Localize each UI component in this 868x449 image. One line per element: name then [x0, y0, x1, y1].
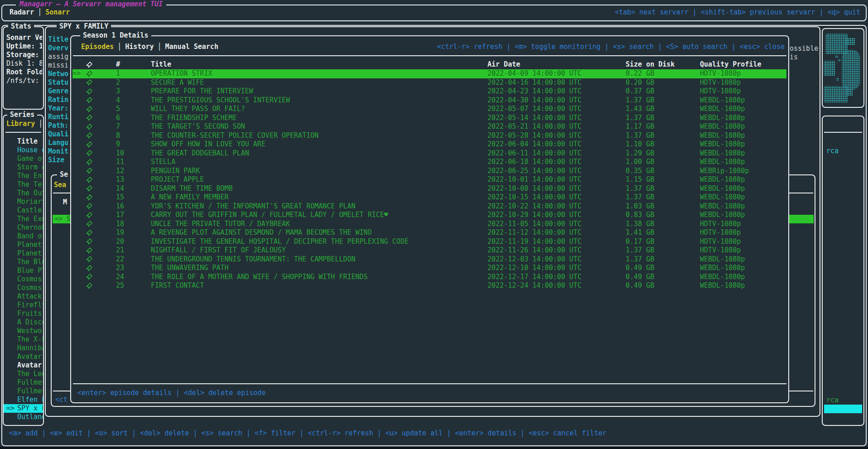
episode-row[interactable]: 11 STELLA 2022-06-18 14:00:00 UTC 1.00 G… [72, 158, 786, 167]
series-title-fragment: The Leg [17, 370, 43, 378]
episode-row[interactable]: 5 WILL THEY PASS OR FAIL? 2022-05-07 14:… [72, 105, 786, 114]
series-list-item[interactable]: Cosmos [4, 275, 43, 284]
episode-row[interactable]: 9 SHOW OFF HOW IN LOVE YOU ARE 2022-06-0… [72, 140, 786, 149]
episode-quality: WEBDL-1080p [700, 122, 786, 131]
series-list-item[interactable]: Chernob [4, 223, 43, 232]
series-list-item[interactable]: The Leg [4, 370, 43, 378]
episode-row[interactable]: 20 INVESTIGATE THE GENERAL HOSPITAL / DE… [72, 237, 786, 246]
episode-row[interactable]: 22 THE UNDERGROUND TENNIS TOURNAMENT: TH… [72, 255, 786, 264]
series-title-fragment: Castle [17, 206, 42, 214]
episode-row[interactable]: 19 A REVENGE PLOT AGAINST DESMOND / MAMA… [72, 228, 786, 237]
series-title-fragment: Storm o [17, 163, 43, 171]
series-list-item[interactable]: Fullmet [4, 387, 43, 396]
tab-manual-search[interactable]: Manual Search [165, 43, 218, 51]
bookmark-tag-icon [86, 230, 92, 236]
episode-title: SECURE A WIFE [151, 78, 487, 87]
series-list-item[interactable]: Cosmos [4, 284, 43, 292]
series-list-item[interactable]: Avatar: [4, 361, 43, 370]
series-list-item[interactable]: Avatar: [4, 352, 43, 361]
episode-size: 0.17 GB [626, 237, 700, 246]
series-list-item[interactable]: House o [4, 146, 43, 154]
series-list-item[interactable]: Moriart [4, 198, 43, 206]
tab-library[interactable]: Library [6, 120, 35, 128]
episodes-table-body: => 1 OPERATION STRIX 2022-04-09 14:00:00… [72, 69, 786, 290]
episode-row[interactable]: 15 A NEW FAMILY MEMBER 2022-10-15 14:00:… [72, 193, 786, 202]
series-list-item[interactable]: Planet [4, 241, 43, 249]
series-detail-labels: TitleOvervassigmissiNetwoStatuGenreRatin… [48, 35, 73, 164]
series-list-item[interactable]: Firefly [4, 301, 43, 309]
series-list-item[interactable]: The Enf [4, 172, 43, 180]
series-list-item[interactable]: A Disco [4, 318, 43, 327]
series-logo-braille-art [823, 29, 863, 107]
series-list-item[interactable]: Hanniba [4, 344, 43, 352]
series-list-item[interactable]: Fullmet [4, 378, 43, 387]
series-list-item[interactable]: =>SPY x F [4, 404, 43, 413]
bookmark-tag-icon [86, 212, 92, 218]
library-cell-fragment: rca [826, 396, 839, 405]
bookmark-tag-icon [86, 141, 92, 148]
episode-row[interactable]: 16 YOR'S KITCHEN / THE INFORMANT'S GREAT… [72, 202, 786, 211]
bookmark-tag-icon [86, 79, 92, 86]
series-list-item[interactable]: The Exo [4, 215, 43, 223]
series-list-item[interactable]: Game of [4, 154, 43, 163]
episode-row[interactable]: 25 FIRST CONTACT 2022-12-24 14:00:00 UTC… [72, 281, 786, 290]
episode-row[interactable]: 24 THE ROLE OF A MOTHER AND WIFE / SHOPP… [72, 273, 786, 282]
episode-row[interactable]: 21 NIGHTFALL / FIRST FIT OF JEALOUSY 202… [72, 246, 786, 255]
series-title-fragment: Fruits [17, 309, 42, 318]
monitored-cell [86, 211, 116, 220]
episode-row[interactable]: 23 THE UNWAVERING PATH 2022-12-10 14:00:… [72, 264, 786, 273]
series-list-item[interactable]: The Out [4, 189, 43, 198]
monitored-cell [86, 149, 116, 158]
episode-title: THE ROLE OF A MOTHER AND WIFE / SHOPPING… [151, 273, 487, 282]
episode-row[interactable]: 12 PENGUIN PARK 2022-06-25 14:00:00 UTC … [72, 167, 786, 176]
tab-history[interactable]: History [125, 43, 154, 51]
series-list-item[interactable]: Castle [4, 206, 43, 215]
monitored-cell [86, 228, 116, 237]
episode-size: 1.37 GB [626, 193, 700, 202]
episode-row[interactable]: 3 PREPARE FOR THE INTERVIEW 2022-04-23 1… [72, 87, 786, 96]
episode-row[interactable]: 2 SECURE A WIFE 2022-04-16 14:00:00 UTC … [72, 78, 786, 87]
episode-row[interactable]: 10 THE GREAT DODGEBALL PLAN 2022-06-11 1… [72, 149, 786, 158]
series-library-panel: Series Library│ Title House o Game of St… [3, 115, 44, 426]
episode-title: THE TARGET'S SECOND SON [151, 122, 487, 131]
episode-row[interactable]: => 1 OPERATION STRIX 2022-04-09 14:00:00… [72, 69, 786, 78]
episode-row[interactable]: 4 THE PRESTIGIOUS SCHOOL'S INTERVIEW 202… [72, 96, 786, 105]
tab-seasons-fragment[interactable]: Sea [54, 181, 66, 189]
series-list-item[interactable]: The Blu [4, 258, 43, 266]
series-list-item[interactable]: Attack [4, 292, 43, 301]
episode-row[interactable]: 6 THE FRIENDSHIP SCHEME 2022-05-14 14:00… [72, 114, 786, 123]
episode-row[interactable]: 13 PROJECT APPLE 2022-10-01 14:00:00 UTC… [72, 175, 786, 184]
episode-title: SHOW OFF HOW IN LOVE YOU ARE [151, 140, 487, 149]
series-list-item[interactable]: The X-F [4, 335, 43, 344]
tab-episodes[interactable]: Episodes [81, 43, 114, 51]
monitored-cell [86, 193, 116, 202]
episode-number: 14 [116, 184, 151, 193]
episode-size: 1.37 GB [626, 96, 700, 105]
series-title-fragment: Avatar: [17, 352, 43, 361]
series-list-item[interactable]: Outland [4, 413, 43, 421]
episode-row[interactable]: 8 THE COUNTER-SECRET POLICE COVER OPERAT… [72, 131, 786, 140]
series-list-item[interactable]: The Ter [4, 180, 43, 189]
series-list-item[interactable]: Planet [4, 249, 43, 258]
tab-radarr[interactable]: Radarr [10, 8, 34, 16]
episode-air-date: 2022-04-09 14:00:00 UTC [487, 69, 626, 78]
stat-line: Sonarr Ver [6, 34, 42, 42]
series-list-item[interactable]: Elfen L [4, 396, 43, 404]
monitored-cell [86, 184, 116, 193]
episode-row[interactable]: 17 CARRY OUT THE GRIFFIN PLAN / FULLMETA… [72, 211, 786, 220]
tab-separator: │ [154, 43, 165, 51]
episode-row[interactable]: 18 UNCLE THE PRIVATE TUTOR / DAYBREAK 20… [72, 220, 786, 229]
season-popup-title: Season 1 Details [80, 31, 151, 39]
series-list-item[interactable]: Storm o [4, 163, 43, 172]
episode-row[interactable]: 7 THE TARGET'S SECOND SON 2022-05-21 14:… [72, 122, 786, 131]
tab-separator: │ [34, 8, 45, 16]
monitored-cell [86, 158, 116, 167]
series-title-fragment: The Out [17, 189, 43, 197]
series-list-item[interactable]: Fruits [4, 309, 43, 318]
series-list-item[interactable]: Band of [4, 232, 43, 241]
series-list-item[interactable]: Westwor [4, 327, 43, 335]
stat-line: Root Folde [6, 68, 42, 77]
episode-row[interactable]: 14 DISARM THE TIME BOMB 2022-10-08 14:00… [72, 184, 786, 193]
series-list-item[interactable]: Blue Pl [4, 266, 43, 275]
tab-sonarr[interactable]: Sonarr [45, 8, 70, 16]
